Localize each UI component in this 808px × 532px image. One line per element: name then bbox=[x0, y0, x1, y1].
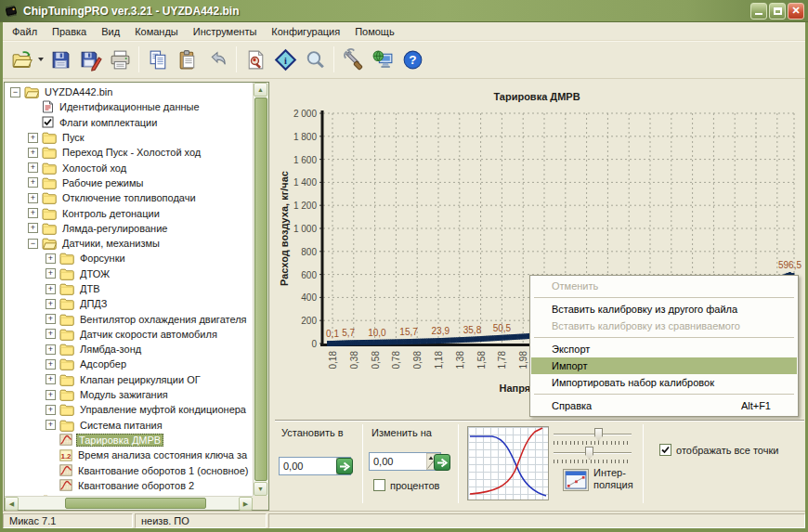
tree-item-label[interactable]: Система питания bbox=[78, 420, 164, 431]
tree-item-19[interactable]: +Клапан рециркуляции ОГ bbox=[5, 372, 253, 387]
tree-item-13[interactable]: +ДТВ bbox=[5, 281, 253, 296]
expand-icon[interactable]: + bbox=[46, 374, 56, 384]
expand-icon[interactable]: + bbox=[46, 359, 56, 370]
tree-item-label[interactable]: Отключение топливоподачи bbox=[60, 192, 198, 203]
tree-item-label[interactable]: ДТОЖ bbox=[78, 268, 111, 279]
tree-item-label[interactable]: Модуль зажигания bbox=[78, 389, 170, 400]
copy-button[interactable] bbox=[143, 45, 173, 74]
smoothing-slider-1[interactable] bbox=[554, 428, 632, 441]
print-button[interactable] bbox=[105, 45, 135, 74]
context-menu-item[interactable]: Вставить калибровку из другого файла bbox=[531, 301, 797, 318]
tree-item-0[interactable]: −UYZDA442.bin bbox=[5, 84, 253, 99]
expand-icon[interactable]: + bbox=[46, 405, 56, 415]
tree-item-21[interactable]: +Управление муфтой кондиционера bbox=[5, 402, 253, 417]
horizontal-scroll-thumb[interactable] bbox=[65, 498, 206, 509]
percent-checkbox[interactable] bbox=[373, 479, 385, 491]
expand-icon[interactable]: + bbox=[28, 148, 38, 158]
scroll-right-button[interactable]: ▶ bbox=[239, 497, 253, 511]
collapse-icon[interactable]: − bbox=[10, 87, 20, 97]
tools-button[interactable] bbox=[338, 45, 368, 74]
tree-item-25[interactable]: Квантование оборотов 1 (основное) bbox=[5, 462, 253, 477]
tree-item-label[interactable]: Адсорбер bbox=[78, 358, 128, 370]
tree-item-label[interactable]: Клапан рециркуляции ОГ bbox=[78, 374, 202, 385]
help-button[interactable]: ? bbox=[397, 45, 427, 74]
tree-item-label[interactable]: Флаги комплектации bbox=[58, 117, 159, 128]
document-view-button[interactable] bbox=[241, 45, 270, 74]
tree-item-label[interactable]: Датчики, механизмы bbox=[60, 238, 162, 249]
set-to-value[interactable]: 0,00 bbox=[280, 458, 336, 474]
tree-item-22[interactable]: +Система питания bbox=[5, 418, 253, 433]
slider-thumb[interactable] bbox=[585, 447, 593, 460]
tree-item-15[interactable]: +Вентилятор охлаждения двигателя bbox=[5, 311, 253, 326]
tree-item-label[interactable]: Переход Пуск - Холостой ход bbox=[60, 147, 202, 158]
context-menu-item[interactable]: Импорт bbox=[531, 357, 797, 374]
menu-файл[interactable]: Файл bbox=[5, 23, 45, 40]
undo-button[interactable] bbox=[202, 45, 232, 74]
show-all-points-checkbox[interactable] bbox=[659, 444, 671, 456]
menu-вид[interactable]: Вид bbox=[94, 23, 127, 40]
tree-horizontal-scrollbar[interactable]: ◀ ▶ bbox=[5, 496, 253, 510]
tree-item-5[interactable]: +Холостой ход bbox=[5, 160, 253, 175]
menu-конфигурация[interactable]: Конфигурация bbox=[264, 23, 347, 40]
tree-item-selected-23[interactable]: Тарировка ДМРВ bbox=[5, 433, 253, 448]
tree-item-20[interactable]: +Модуль зажигания bbox=[5, 387, 253, 402]
context-menu-item[interactable]: СправкаAlt+F1 bbox=[531, 397, 797, 414]
menu-правка[interactable]: Правка bbox=[45, 23, 94, 40]
tree-item-17[interactable]: +Лямбда-зонд bbox=[5, 342, 253, 357]
set-to-apply-button[interactable] bbox=[336, 458, 353, 474]
menu-инструменты[interactable]: Инструменты bbox=[186, 23, 265, 40]
tree-item-14[interactable]: +ДПДЗ bbox=[5, 296, 253, 311]
tree-item-label[interactable]: ДТВ bbox=[78, 283, 102, 294]
expand-icon[interactable]: + bbox=[28, 162, 38, 173]
tree-item-label[interactable]: Форсунки bbox=[78, 253, 127, 264]
expand-icon[interactable]: + bbox=[28, 223, 38, 233]
menu-помощь[interactable]: Помощь bbox=[347, 23, 402, 40]
expand-icon[interactable]: + bbox=[46, 299, 56, 309]
menu-команды[interactable]: Команды bbox=[127, 23, 186, 40]
tree-item-label[interactable]: Время анализа состояния ключа за bbox=[76, 449, 249, 461]
tree-item-6[interactable]: +Рабочие режимы bbox=[5, 175, 253, 190]
tree-item-16[interactable]: +Датчик скорости автомобиля bbox=[5, 327, 253, 342]
tree-item-label[interactable]: ДПДЗ bbox=[78, 298, 109, 309]
save-as-button[interactable] bbox=[75, 45, 105, 74]
open-dropdown-button[interactable] bbox=[36, 45, 46, 74]
tree-item-9[interactable]: +Лямда-регулирование bbox=[5, 221, 253, 236]
scroll-up-button[interactable]: ▲ bbox=[254, 83, 267, 97]
tree-item-label[interactable]: Холостой ход bbox=[60, 162, 128, 174]
context-menu-item[interactable]: Импортировать набор калибровок bbox=[531, 374, 797, 391]
tree-item-10[interactable]: −Датчики, механизмы bbox=[5, 236, 253, 251]
tree-item-label[interactable]: Квантование оборотов 1 (основное) bbox=[76, 465, 251, 476]
expand-icon[interactable]: + bbox=[46, 268, 56, 279]
save-button[interactable] bbox=[46, 45, 75, 74]
tree-item-label[interactable]: UYZDA442.bin bbox=[43, 86, 114, 97]
horizontal-scroll-track[interactable] bbox=[19, 497, 239, 510]
scroll-left-button[interactable]: ◀ bbox=[5, 497, 19, 511]
change-by-apply-button[interactable] bbox=[434, 454, 450, 471]
tree-item-26[interactable]: Квантование оборотов 2 bbox=[5, 478, 253, 493]
info-button[interactable]: i bbox=[270, 45, 300, 74]
tree-item-label[interactable]: Тарировка ДМРВ bbox=[76, 434, 163, 447]
expand-icon[interactable]: + bbox=[28, 133, 38, 143]
change-by-input[interactable]: 0,00 bbox=[369, 452, 441, 471]
tree-item-11[interactable]: +Форсунки bbox=[5, 251, 253, 266]
tree-item-label[interactable]: Лямбда-зонд bbox=[78, 344, 143, 355]
tree-item-2[interactable]: Флаги комплектации bbox=[5, 115, 253, 130]
close-button[interactable]: ✕ bbox=[788, 3, 804, 19]
tree-item-label[interactable]: Квантование оборотов 2 bbox=[76, 480, 196, 491]
tree-vertical-scrollbar[interactable]: ▲ ▼ bbox=[253, 83, 268, 496]
open-button[interactable] bbox=[7, 45, 36, 74]
collapse-icon[interactable]: − bbox=[28, 239, 38, 249]
scroll-down-button[interactable]: ▼ bbox=[254, 482, 267, 496]
tree-item-3[interactable]: +Пуск bbox=[5, 130, 253, 145]
tree-item-label[interactable]: Вентилятор охлаждения двигателя bbox=[78, 314, 249, 325]
tree-item-label[interactable]: Пуск bbox=[60, 132, 86, 143]
tree-item-4[interactable]: +Переход Пуск - Холостой ход bbox=[5, 145, 253, 160]
expand-icon[interactable]: + bbox=[46, 284, 56, 294]
tree-item-1[interactable]: Идентификационные данные bbox=[5, 99, 253, 114]
expand-icon[interactable]: + bbox=[46, 390, 56, 400]
paste-button[interactable] bbox=[173, 45, 202, 74]
tree-item-label[interactable]: Датчик скорости автомобиля bbox=[78, 329, 219, 340]
expand-icon[interactable]: + bbox=[46, 314, 56, 324]
expand-icon[interactable]: + bbox=[46, 420, 56, 430]
tree-item-label[interactable]: Контроль детонации bbox=[60, 208, 162, 219]
